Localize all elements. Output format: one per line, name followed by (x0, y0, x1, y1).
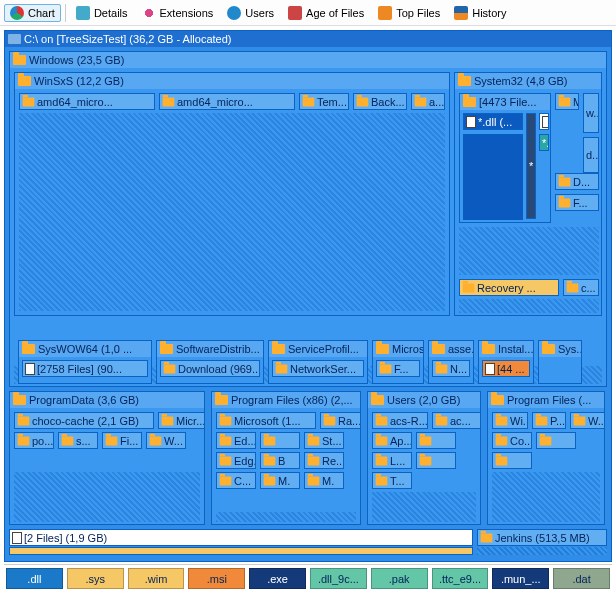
folder-item[interactable]: D... (555, 173, 599, 190)
folder-item[interactable] (260, 432, 300, 449)
folder-item[interactable]: acs-R... (372, 412, 428, 429)
folder-header[interactable]: SysWOW64 (1,0 ... (19, 341, 151, 357)
folder-item[interactable] (416, 452, 456, 469)
folder-item[interactable]: L... (372, 452, 412, 469)
block-Program[interactable]: Program Files (...Wi...P...W...Co... (487, 391, 605, 525)
folder-item[interactable]: F... (555, 194, 599, 211)
folder-item[interactable]: Fi... (102, 432, 142, 449)
file-item[interactable]: N... (432, 360, 470, 377)
legend-swatch[interactable]: .wim (128, 568, 185, 589)
folder-item[interactable]: Ra... (320, 412, 361, 429)
folder-header[interactable]: Micros... (373, 341, 423, 357)
folder-item[interactable]: Jenkins (513,5 MB) (477, 529, 607, 546)
tab-extensions[interactable]: Extensions (136, 4, 220, 22)
folder-item[interactable]: Re... (304, 452, 344, 469)
legend-swatch[interactable]: .msi (188, 568, 245, 589)
folder-item[interactable]: M. (260, 472, 300, 489)
folder-header[interactable]: Program Files (... (488, 392, 604, 408)
file-item[interactable]: *.. (539, 134, 549, 151)
folder-header[interactable]: [4473 File... (460, 94, 550, 110)
tab-details[interactable]: Details (70, 4, 134, 22)
folder-header[interactable]: WinSxS (12,2 GB) (15, 73, 449, 89)
tab-topfiles[interactable]: Top Files (372, 4, 446, 22)
folder-header[interactable]: Windows (23,5 GB) (10, 52, 606, 68)
file-item[interactable]: NetworkSer... (272, 360, 364, 377)
block-winsxs[interactable]: WinSxS (12,2 GB) amd64_micro... amd64_mi… (14, 72, 450, 316)
tab-history[interactable]: History (448, 4, 512, 22)
legend-swatch[interactable]: .dll_9c... (310, 568, 367, 589)
block-system32[interactable]: System32 (4,8 GB) [4473 File... *.dll (.… (454, 72, 602, 316)
folder-header[interactable]: Instal... (479, 341, 533, 357)
folder-item[interactable]: Edg... (216, 452, 256, 469)
legend-swatch[interactable]: .pak (371, 568, 428, 589)
tab-users[interactable]: Users (221, 4, 280, 22)
file-item[interactable] (539, 113, 549, 130)
legend-swatch[interactable]: .sys (67, 568, 124, 589)
folder-item[interactable]: Wi... (492, 412, 528, 429)
folder-item[interactable]: Co... (492, 432, 532, 449)
treemap[interactable]: C:\ on [TreeSizeTest] (36,2 GB - Allocat… (4, 30, 612, 562)
legend-swatch[interactable]: .ttc_e9... (432, 568, 489, 589)
folder-header[interactable]: ProgramData (3,6 GB) (10, 392, 204, 408)
folder-header[interactable]: System32 (4,8 GB) (455, 73, 601, 89)
folder-item[interactable]: P... (532, 412, 566, 429)
block-SoftwareDistrib...[interactable]: SoftwareDistrib...Download (969... (156, 340, 264, 384)
block-asse...[interactable]: asse...N... (428, 340, 474, 384)
folder-header[interactable]: Sys... (539, 341, 581, 357)
folder-item[interactable]: amd64_micro... (159, 93, 295, 110)
folder-item[interactable]: d... (583, 137, 599, 173)
folder-item[interactable] (416, 432, 456, 449)
folder-item[interactable]: Recovery ... (459, 279, 559, 296)
folder-header[interactable]: asse... (429, 341, 473, 357)
tab-age[interactable]: Age of Files (282, 4, 370, 22)
tab-chart[interactable]: Chart (4, 4, 61, 22)
legend-swatch[interactable]: .exe (249, 568, 306, 589)
folder-item[interactable]: W... (146, 432, 186, 449)
folder-header[interactable]: Users (2,0 GB) (368, 392, 480, 408)
folder-item[interactable]: Micr... (158, 412, 205, 429)
folder-item[interactable]: w... (583, 93, 599, 133)
folder-header[interactable]: ServiceProfil... (269, 341, 367, 357)
folder-item[interactable] (536, 432, 576, 449)
folder-item[interactable]: Ed... (216, 432, 256, 449)
block-Users[interactable]: Users (2,0 GB)acs-R...ac...Ap...L...T... (367, 391, 481, 525)
file-item[interactable]: * (526, 113, 536, 219)
legend-swatch[interactable]: .dat (553, 568, 610, 589)
block-ServiceProfil...[interactable]: ServiceProfil...NetworkSer... (268, 340, 368, 384)
root-header[interactable]: C:\ on [TreeSizeTest] (36,2 GB - Allocat… (5, 31, 611, 47)
file-item[interactable]: Download (969... (160, 360, 260, 377)
folder-item[interactable]: C... (216, 472, 256, 489)
legend-swatch[interactable]: .dll (6, 568, 63, 589)
file-item[interactable]: F... (376, 360, 420, 377)
folder-item[interactable]: a... (411, 93, 445, 110)
folder-item[interactable]: Microsoft (1... (216, 412, 316, 429)
block-SysWOW64[interactable]: SysWOW64 (1,0 ...[2758 Files] (90... (18, 340, 152, 384)
block-Program[interactable]: Program Files (x86) (2,...Microsoft (1..… (211, 391, 361, 525)
file-item[interactable]: [2758 Files] (90... (22, 360, 148, 377)
folder-item[interactable]: T... (372, 472, 412, 489)
block-windows[interactable]: Windows (23,5 GB) WinSxS (12,2 GB) amd64… (9, 51, 607, 387)
block-system32-files[interactable]: [4473 File... *.dll (... * *.. (459, 93, 551, 223)
file-item[interactable]: *.dll (... (463, 113, 523, 130)
folder-item[interactable]: M. (304, 472, 344, 489)
folder-item[interactable]: Back... (353, 93, 407, 110)
folder-item[interactable]: po... (14, 432, 54, 449)
folder-item[interactable]: amd64_micro... (19, 93, 155, 110)
folder-item[interactable]: W... (570, 412, 605, 429)
block-Micros...[interactable]: Micros...F... (372, 340, 424, 384)
folder-item[interactable]: s... (58, 432, 98, 449)
file-item[interactable]: [2 Files] (1,9 GB) (9, 529, 473, 546)
legend-swatch[interactable]: .mun_... (492, 568, 549, 589)
folder-header[interactable]: SoftwareDistrib... (157, 341, 263, 357)
folder-item[interactable]: St... (304, 432, 344, 449)
block-Instal...[interactable]: Instal...[44 ... (478, 340, 534, 384)
folder-header[interactable]: Program Files (x86) (2,... (212, 392, 360, 408)
folder-item[interactable]: c... (563, 279, 599, 296)
folder-item[interactable] (492, 452, 532, 469)
folder-item[interactable]: Tem... (299, 93, 349, 110)
block-Sys...[interactable]: Sys... (538, 340, 582, 384)
folder-item[interactable]: Ap... (372, 432, 412, 449)
folder-item[interactable]: ac... (432, 412, 481, 429)
folder-item[interactable]: M... (555, 93, 579, 110)
block-ProgramData[interactable]: ProgramData (3,6 GB)choco-cache (2,1 GB)… (9, 391, 205, 525)
